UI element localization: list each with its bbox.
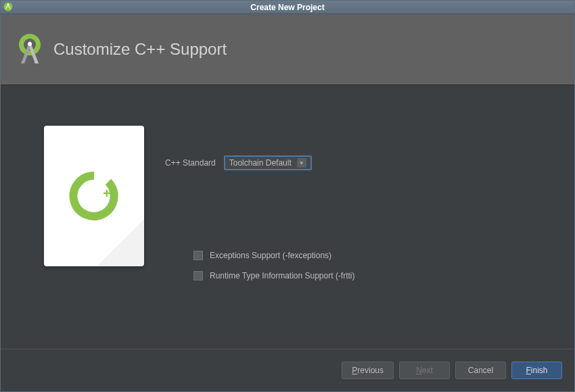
exceptions-row: Exceptions Support (-fexceptions) — [193, 251, 355, 260]
rtti-row: Runtime Type Information Support (-frtti… — [193, 271, 355, 280]
cpp-card-image: ++ — [44, 126, 144, 266]
rtti-checkbox[interactable] — [193, 271, 203, 280]
previous-button[interactable]: Previous — [342, 362, 394, 379]
exceptions-checkbox[interactable] — [193, 251, 203, 260]
finish-button[interactable]: Finish — [511, 362, 562, 379]
rtti-label: Runtime Type Information Support (-frtti… — [210, 271, 355, 280]
window-title: Create New Project — [250, 3, 324, 12]
app-icon — [3, 2, 13, 11]
exceptions-label: Exceptions Support (-fexceptions) — [210, 251, 331, 260]
wizard-content: ++ C++ Standard Toolchain Default ▼ Exce… — [1, 85, 574, 349]
cpp-standard-value: Toolchain Default — [229, 158, 292, 168]
cpp-standard-row: C++ Standard Toolchain Default ▼ — [165, 155, 312, 170]
cpp-standard-label: C++ Standard — [165, 158, 216, 168]
cpp-logo-icon: ++ — [64, 166, 124, 226]
chevron-down-icon: ▼ — [297, 158, 306, 168]
titlebar[interactable]: Create New Project — [1, 1, 574, 14]
cpp-standard-select[interactable]: Toolchain Default ▼ — [224, 155, 312, 170]
wizard-header: Customize C++ Support — [1, 14, 574, 85]
svg-text:++: ++ — [103, 186, 118, 201]
next-button[interactable]: Next — [399, 362, 450, 379]
svg-point-3 — [28, 42, 32, 46]
android-studio-icon — [13, 32, 47, 66]
wizard-footer: Previous Next Cancel Finish — [1, 349, 574, 391]
window-frame: Create New Project Customize C++ Support… — [0, 0, 575, 392]
options-group: Exceptions Support (-fexceptions) Runtim… — [193, 251, 355, 291]
page-title: Customize C++ Support — [53, 40, 227, 59]
cancel-button[interactable]: Cancel — [455, 362, 506, 379]
